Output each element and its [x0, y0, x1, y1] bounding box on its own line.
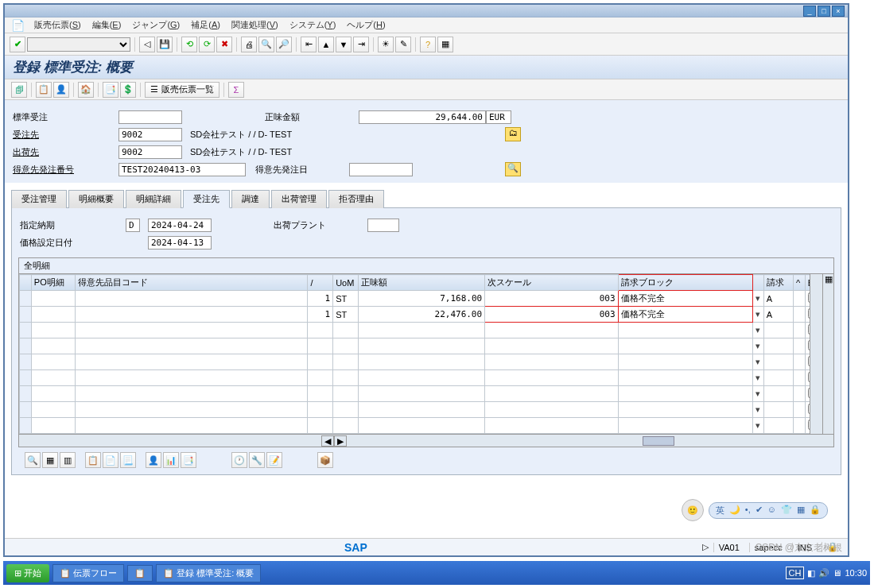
billing-block-dropdown[interactable]: ▾ — [753, 418, 764, 434]
grid-btn-10[interactable]: 🕐 — [231, 452, 247, 468]
taskbar-task-1[interactable]: 📋 — [127, 565, 153, 582]
menu-environment[interactable]: 関連処理(V) — [227, 17, 283, 33]
taskbar-task-2[interactable]: 📋 登録 標準受注: 概要 — [156, 564, 261, 582]
table-row[interactable]: ▾ — [20, 323, 810, 338]
tray-lang[interactable]: CH — [786, 567, 805, 579]
assistant-toolbar[interactable]: 英🌙•,✔☺👕▦🔒 — [709, 502, 828, 519]
cancel-icon[interactable]: ✖ — [216, 37, 232, 52]
menu-extras[interactable]: 補足(A) — [186, 17, 225, 33]
tab-shipping[interactable]: 出荷管理 — [271, 190, 327, 208]
select-all-button[interactable]: 🔍 — [25, 452, 41, 468]
tab-procurement[interactable]: 調達 — [231, 190, 270, 208]
grid-btn-9[interactable]: 📑 — [181, 452, 196, 468]
delete-row-button[interactable]: ▥ — [60, 452, 76, 468]
start-button[interactable]: ⊞ 开始 — [6, 564, 49, 582]
order-type-input[interactable] — [118, 110, 182, 124]
plant-input[interactable] — [367, 219, 399, 232]
table-row[interactable]: 1ST7,168.00003価格不完全▾A — [20, 291, 810, 307]
window-close[interactable]: × — [832, 6, 845, 17]
last-page-button[interactable]: ⇥ — [353, 37, 369, 52]
grid-vert-scrollbar[interactable] — [810, 274, 822, 434]
tab-ordering-party[interactable]: 受注先 — [183, 190, 230, 208]
grid-btn-12[interactable]: 📝 — [266, 452, 282, 468]
enter-button[interactable]: ✔ — [10, 37, 25, 52]
table-row[interactable]: ▾ — [20, 386, 810, 402]
grid-config-icon[interactable]: ▦ — [822, 274, 833, 434]
po-label[interactable]: 得意先発注番号 — [11, 164, 118, 176]
deselect-all-button[interactable]: ▦ — [42, 452, 58, 468]
table-row[interactable]: ▾ — [20, 338, 810, 354]
grid-btn-7[interactable]: 👤 — [146, 452, 161, 468]
cancel-button[interactable]: ⟳ — [199, 37, 215, 52]
billing-block-dropdown[interactable]: ▾ — [753, 307, 764, 323]
table-row[interactable]: ▾ — [20, 418, 810, 434]
sum-button[interactable]: Σ — [228, 82, 244, 98]
ship-to-input[interactable] — [118, 145, 182, 159]
grid-btn-4[interactable]: 📋 — [85, 452, 101, 468]
billing-block-dropdown[interactable]: ▾ — [753, 370, 764, 386]
command-field[interactable] — [27, 37, 130, 52]
items-grid[interactable]: PO明細 得意先品目コード / UoM 正味額 次スケール 請求ブロック 請求 … — [19, 274, 810, 434]
grid-btn-6[interactable]: 📃 — [120, 452, 136, 468]
grid-btn-13[interactable]: 📦 — [317, 452, 333, 468]
menu-edit[interactable]: 編集(E) — [87, 17, 126, 33]
grid-btn-5[interactable]: 📄 — [103, 452, 118, 468]
partner-search-icon[interactable]: 🗂 — [505, 127, 521, 141]
billing-block-dropdown[interactable]: ▾ — [753, 291, 764, 307]
tray-icon-2[interactable]: 🔊 — [818, 568, 829, 578]
next-page-button[interactable]: ▼ — [336, 37, 352, 52]
first-page-button[interactable]: ⇤ — [301, 37, 317, 52]
config-button[interactable]: 📑 — [103, 82, 118, 98]
table-row[interactable]: ▾ — [20, 370, 810, 386]
grid-btn-11[interactable]: 🔧 — [249, 452, 265, 468]
pricing-button[interactable]: 💲 — [120, 82, 136, 98]
billing-block-dropdown[interactable]: ▾ — [753, 323, 764, 338]
taskbar-task-0[interactable]: 📋 伝票フロー — [52, 564, 124, 582]
menu-sales-doc[interactable]: 販売伝票(S) — [29, 17, 86, 33]
display-doc-button[interactable]: 🗐 — [11, 82, 27, 98]
table-row[interactable]: ▾ — [20, 354, 810, 370]
tray-icon-3[interactable]: 🖥 — [833, 568, 841, 578]
sales-doc-list-button[interactable]: ☰ 販売伝票一覧 — [145, 82, 219, 98]
menu-system[interactable]: システム(Y) — [285, 17, 341, 33]
back-button[interactable]: ◁ — [139, 37, 155, 52]
nav-arrow-icon[interactable]: ▷ — [702, 542, 709, 552]
tab-item-overview[interactable]: 明細概要 — [68, 190, 124, 208]
scroll-left[interactable]: ◀ — [321, 435, 334, 447]
window-minimize[interactable]: _ — [803, 6, 816, 17]
print-button[interactable]: 🖨 — [241, 37, 257, 52]
req-date-input[interactable] — [148, 219, 212, 232]
assistant-avatar-icon[interactable]: 🙂 — [682, 499, 704, 521]
menu-goto[interactable]: ジャンプ(G) — [127, 17, 185, 33]
po-input[interactable] — [118, 163, 246, 176]
po-date-icon[interactable]: 🔍 — [505, 162, 521, 176]
prev-page-button[interactable]: ▲ — [318, 37, 334, 52]
req-date-type[interactable] — [126, 219, 140, 232]
tray-icon-1[interactable]: ◧ — [807, 568, 815, 578]
ship-to-label[interactable]: 出荷先 — [11, 146, 118, 158]
grid-btn-8[interactable]: 📊 — [163, 452, 179, 468]
help-icon[interactable]: ? — [420, 37, 436, 52]
billing-block-dropdown[interactable]: ▾ — [753, 354, 764, 370]
partner-button[interactable]: 👤 — [53, 82, 69, 98]
window-maximize[interactable]: □ — [818, 6, 830, 17]
pricing-date-input[interactable] — [148, 236, 212, 250]
item-button[interactable]: 🏠 — [78, 82, 94, 98]
exit-button[interactable]: ⟲ — [181, 37, 197, 52]
layout-button[interactable]: ▦ — [437, 37, 453, 52]
table-row[interactable]: 1ST22,476.00003価格不完全▾A — [20, 307, 810, 323]
menu-help[interactable]: ヘルプ(H) — [342, 17, 390, 33]
create-session-button[interactable]: ☀ — [378, 37, 394, 52]
billing-block-dropdown[interactable]: ▾ — [753, 386, 764, 402]
header-button[interactable]: 📋 — [36, 82, 52, 98]
save-button[interactable]: 💾 — [157, 37, 173, 52]
billing-block-dropdown[interactable]: ▾ — [753, 338, 764, 354]
tab-order-mgmt[interactable]: 受注管理 — [11, 190, 67, 208]
scroll-right[interactable]: ▶ — [334, 435, 347, 447]
tab-reason-reject[interactable]: 拒否理由 — [328, 190, 384, 208]
sold-to-label[interactable]: 受注先 — [11, 129, 118, 141]
tab-item-detail[interactable]: 明細詳細 — [126, 190, 181, 208]
find-next-button[interactable]: 🔎 — [276, 37, 292, 52]
find-button[interactable]: 🔍 — [258, 37, 274, 52]
billing-block-dropdown[interactable]: ▾ — [753, 402, 764, 418]
